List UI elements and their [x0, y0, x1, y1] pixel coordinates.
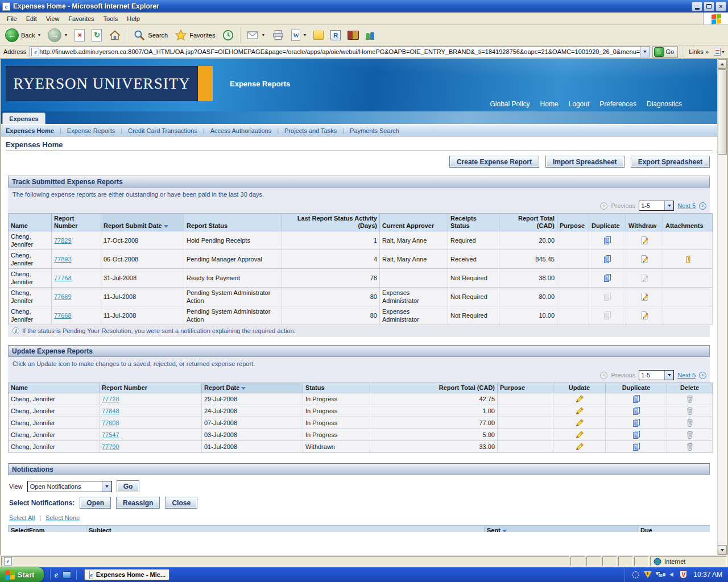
discuss-button[interactable] — [311, 28, 326, 42]
duplicate-icon[interactable] — [632, 418, 641, 427]
edit-dropdown-icon[interactable]: ▼ — [303, 33, 307, 37]
stop-button[interactable]: × — [72, 27, 88, 44]
view-dropdown-button[interactable] — [102, 481, 111, 492]
tray-activity-icon[interactable] — [631, 571, 640, 579]
snagit-button[interactable]: ▼ — [713, 47, 726, 57]
link-home[interactable]: Home — [540, 100, 559, 108]
forward-button[interactable]: → ▼ — [45, 26, 71, 44]
duplicate-icon[interactable] — [632, 442, 641, 451]
view-select[interactable]: Open Notifications — [27, 481, 112, 492]
delete-trash-icon[interactable] — [685, 394, 694, 404]
address-input[interactable] — [39, 47, 639, 56]
refresh-button[interactable]: ↻ — [89, 27, 105, 44]
mail-dropdown-icon[interactable]: ▼ — [261, 33, 265, 37]
close-button[interactable]: × — [715, 2, 726, 11]
report-number-link[interactable]: 77669 — [54, 293, 72, 300]
track-range-select[interactable]: 1-5 — [639, 201, 674, 211]
scroll-thumb[interactable] — [718, 69, 727, 155]
next-arrow-icon[interactable]: › — [699, 202, 706, 210]
tab-expenses[interactable]: Expenses — [2, 113, 46, 124]
withdraw-icon[interactable] — [640, 236, 649, 245]
import-spreadsheet-button[interactable]: Import Spreadsheet — [545, 156, 624, 168]
nav-access-authorizations[interactable]: Access Authorizations — [205, 127, 278, 134]
tray-volume-icon[interactable] — [667, 571, 676, 579]
scroll-down-button[interactable] — [718, 545, 727, 555]
quick-launch-ie-icon[interactable]: e — [55, 570, 59, 580]
nav-credit-card-transactions[interactable]: Credit Card Transactions — [122, 127, 203, 134]
start-button[interactable]: Start — [0, 567, 44, 582]
report-number-link[interactable]: 77547 — [102, 431, 119, 438]
quick-launch-icon-2[interactable] — [63, 571, 71, 579]
taskbar-task-expenses-home[interactable]: e Expenses Home - Mic... — [84, 569, 169, 580]
vertical-scrollbar[interactable] — [717, 59, 727, 555]
col-report-date[interactable]: Report Date — [202, 383, 303, 393]
create-expense-report-button[interactable]: Create Expense Report — [449, 156, 539, 168]
nav-expense-reports[interactable]: Expense Reports — [61, 127, 121, 134]
report-number-link[interactable]: 77768 — [54, 275, 72, 281]
print-button[interactable] — [269, 27, 287, 44]
back-button[interactable]: ← Back ▼ — [2, 26, 44, 44]
reassign-button[interactable]: Reassign — [116, 497, 160, 509]
menu-edit[interactable]: Edit — [22, 14, 42, 23]
report-number-link[interactable]: 77728 — [102, 396, 119, 402]
restore-button[interactable] — [704, 2, 714, 11]
report-number-link[interactable]: 77668 — [54, 312, 72, 319]
update-pencil-icon[interactable] — [575, 406, 584, 415]
links-button[interactable]: Links » — [686, 48, 711, 55]
select-none-link[interactable]: Select None — [46, 514, 80, 521]
update-pencil-icon[interactable] — [575, 394, 584, 404]
messenger-button[interactable] — [363, 28, 379, 42]
nav-expenses-home[interactable]: Expenses Home — [6, 127, 60, 134]
report-number-link[interactable]: 77608 — [102, 419, 119, 426]
history-button[interactable] — [219, 27, 237, 44]
range-dropdown-button[interactable] — [664, 371, 673, 380]
col-report-submit-date[interactable]: Report Submit Date — [101, 214, 184, 231]
link-preferences[interactable]: Preferences — [599, 100, 636, 108]
menu-help[interactable]: Help — [122, 14, 144, 23]
delete-trash-icon[interactable] — [685, 442, 694, 451]
update-pencil-icon[interactable] — [575, 442, 584, 451]
report-number-link[interactable]: 77893 — [54, 256, 72, 263]
report-number-link[interactable]: 77829 — [54, 237, 72, 244]
nav-projects-and-tasks[interactable]: Projects and Tasks — [279, 127, 342, 134]
update-pencil-icon[interactable] — [575, 418, 584, 427]
duplicate-icon[interactable] — [603, 255, 612, 264]
research-button[interactable]: R — [328, 28, 344, 43]
duplicate-icon[interactable] — [632, 406, 641, 415]
duplicate-icon[interactable] — [632, 430, 641, 439]
menu-favorites[interactable]: Favorites — [64, 14, 98, 23]
update-range-select[interactable]: 1-5 — [639, 370, 674, 380]
tray-antivirus-icon[interactable]: V — [679, 571, 688, 579]
update-pencil-icon[interactable] — [575, 430, 584, 439]
home-button[interactable] — [106, 27, 124, 44]
menu-view[interactable]: View — [42, 14, 64, 23]
tray-security-alert-icon[interactable] — [643, 571, 652, 579]
search-button[interactable]: Search — [130, 27, 171, 44]
next-arrow-icon[interactable]: › — [699, 372, 706, 379]
nav-payments-search[interactable]: Payments Search — [344, 127, 405, 134]
withdraw-icon[interactable] — [640, 311, 649, 320]
menu-tools[interactable]: Tools — [99, 14, 123, 23]
address-field[interactable]: e — [30, 46, 650, 57]
mail-button[interactable]: ▼ — [243, 27, 268, 44]
range-dropdown-button[interactable] — [664, 201, 673, 210]
encarta-button[interactable] — [345, 28, 362, 42]
link-diagnostics[interactable]: Diagnostics — [647, 100, 682, 108]
back-dropdown-icon[interactable]: ▼ — [37, 33, 41, 37]
menu-file[interactable]: File — [2, 14, 22, 23]
edit-with-word-button[interactable]: W ▼ — [288, 27, 309, 43]
delete-trash-icon[interactable] — [685, 430, 694, 439]
duplicate-icon[interactable] — [603, 236, 612, 245]
scroll-track[interactable] — [718, 155, 727, 545]
favorites-button[interactable]: Favorites — [172, 27, 218, 44]
address-dropdown-button[interactable] — [640, 47, 650, 57]
report-number-link[interactable]: 77848 — [102, 408, 119, 414]
attachment-paperclip-icon[interactable] — [683, 255, 692, 264]
scroll-up-button[interactable] — [718, 59, 727, 69]
view-go-button[interactable]: Go — [117, 480, 140, 492]
minimize-button[interactable] — [692, 2, 702, 11]
col-sent[interactable]: Sent — [485, 526, 638, 533]
link-logout[interactable]: Logout — [569, 100, 590, 108]
duplicate-icon[interactable] — [632, 394, 641, 404]
report-number-link[interactable]: 77790 — [102, 443, 119, 450]
